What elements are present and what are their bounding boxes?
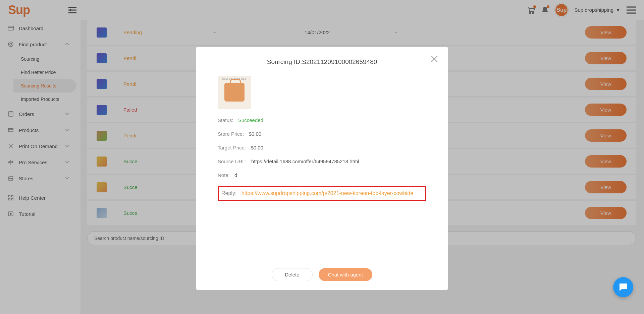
field-note: Note: d <box>218 172 426 178</box>
field-reply-highlight: Reply: https://www.supdropshipping.com/p… <box>218 186 426 201</box>
chat-fab-icon[interactable] <box>613 277 633 297</box>
chat-with-agent-button[interactable]: Chat with agent <box>319 268 372 281</box>
store-price-value: $0.00 <box>249 131 262 137</box>
modal-title: Sourcing ID:S20211209100002659480 <box>218 58 426 66</box>
modal-body: COW LEATHER BAG Status: Succeeded Store … <box>218 76 426 265</box>
reply-link[interactable]: https://www.supdropshipping.com/p/2021-n… <box>241 190 413 196</box>
note-value: d <box>234 172 237 178</box>
field-status: Status: Succeeded <box>218 117 426 123</box>
delete-button[interactable]: Delete <box>272 268 312 281</box>
source-url-value: https://detail.1688.com/offer/6495947852… <box>251 159 359 164</box>
target-price-value: $0.00 <box>251 145 263 150</box>
field-store-price: Store Price: $0.00 <box>218 131 426 137</box>
field-source-url: Source URL: https://detail.1688.com/offe… <box>218 159 426 164</box>
modal-footer: Delete Chat with agent <box>218 268 426 281</box>
field-target-price: Target Price: $0.00 <box>218 145 426 150</box>
bag-icon <box>224 83 245 102</box>
product-image: COW LEATHER BAG <box>218 76 251 109</box>
sourcing-detail-modal: Sourcing ID:S20211209100002659480 COW LE… <box>196 47 448 290</box>
close-icon[interactable] <box>430 54 439 64</box>
status-value: Succeeded <box>238 117 263 123</box>
modal-overlay[interactable]: Sourcing ID:S20211209100002659480 COW LE… <box>0 0 644 314</box>
